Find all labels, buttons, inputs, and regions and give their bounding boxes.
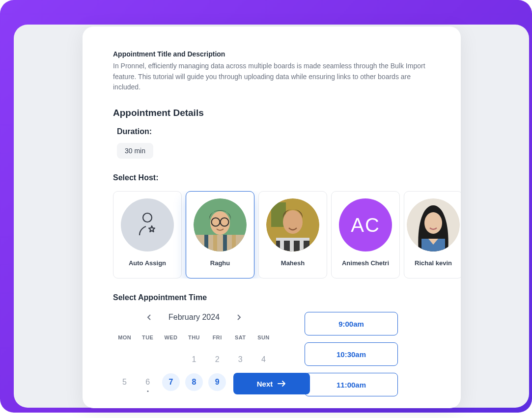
calendar-day-cell: 6 [136,371,159,393]
appointment-card: Appointment Title and Description In Pro… [83,27,461,408]
calendar-dow: THU [182,332,205,348]
avatar [194,198,247,251]
host-card-auto-assign[interactable]: Auto Assign [113,191,182,279]
calendar-day[interactable]: 1 [185,351,203,368]
calendar-day[interactable]: 4 [254,351,272,368]
time-slot[interactable]: 10:30am [305,342,398,366]
calendar-day-cell: 7 [159,371,182,393]
host-name: Auto Assign [129,259,166,267]
calendar-day-cell: 9 [206,371,229,393]
host-name: Animesh Chetri [342,259,389,267]
calendar-dow: SUN [252,332,275,348]
calendar-month: February 2024 [168,313,220,322]
calendar-day[interactable]: 6 [139,373,157,391]
next-button[interactable]: Next [233,373,310,394]
calendar-dow: MON [113,332,136,348]
duration-label: Duration: [117,127,430,136]
svg-rect-6 [223,235,227,251]
calendar-day-cell: 8 [182,371,205,393]
calendar-day-cell: 3 [229,348,252,371]
calendar-day-cell: 4 [252,348,275,371]
appointment-details-heading: Appointment Details [113,108,430,118]
calendar-dow: TUE [136,332,159,348]
avatar [266,198,319,251]
header-block: Appointment Title and Description In Pro… [113,50,430,93]
next-month-button[interactable] [233,312,244,323]
calendar-day-cell [159,348,182,371]
host-list: Auto Assign [113,191,461,279]
host-card-animesh[interactable]: AC Animesh Chetri [331,191,400,279]
host-name: Mahesh [281,259,305,267]
svg-rect-4 [204,235,208,251]
svg-rect-5 [213,235,217,251]
time-slot[interactable]: 9:00am [305,312,398,335]
duration-chip[interactable]: 30 min [117,143,153,159]
svg-rect-20 [300,241,304,251]
calendar-header: February 2024 [113,312,275,323]
svg-point-0 [143,213,152,222]
host-name: Raghu [210,259,230,267]
calendar-day[interactable]: 2 [208,351,226,368]
host-card-raghu[interactable]: Raghu [186,191,254,279]
prev-month-button[interactable] [144,312,155,323]
calendar-day-cell: 5 [113,371,136,393]
time-slots: 9:00am10:30am11:00am [305,312,398,396]
calendar-day[interactable]: 3 [231,351,249,368]
duration-row: Duration: 30 min [113,127,430,159]
time-slot[interactable]: 11:00am [305,373,398,396]
host-card-richal[interactable]: Richal kevin [404,191,461,279]
svg-rect-7 [232,235,236,251]
avatar [407,198,460,251]
calendar-day[interactable]: 9 [208,373,226,391]
chevron-right-icon [236,314,242,320]
calendar-dow: SAT [229,332,252,348]
chevron-left-icon [146,314,152,320]
auto-assign-icon [121,198,174,251]
calendar-day-cell [136,348,159,371]
calendar-day-cell: 2 [206,348,229,371]
svg-rect-18 [280,241,284,251]
calendar-day-dot [147,390,148,392]
calendar-day-cell [113,348,136,371]
svg-rect-19 [290,241,294,251]
header-title: Appointment Title and Description [113,50,430,58]
host-name: Richal kevin [415,259,452,267]
calendar-day[interactable]: 8 [185,373,203,391]
calendar-day-cell: 1 [182,348,205,371]
svg-rect-17 [276,238,309,241]
arrow-right-icon [278,380,286,387]
next-button-label: Next [257,380,273,388]
calendar-dow: FRI [206,332,229,348]
host-section: Select Host: Auto Assign [113,173,430,279]
calendar-day[interactable]: 7 [162,373,180,391]
select-time-heading: Select Appointment Time [113,293,430,302]
svg-point-23 [424,212,442,234]
host-card-mahesh[interactable]: Mahesh [258,191,327,279]
select-host-label: Select Host: [113,173,430,182]
calendar-dow: WED [159,332,182,348]
calendar-day[interactable]: 5 [116,373,134,391]
avatar-initials: AC [339,198,392,251]
svg-rect-3 [194,235,247,251]
initials-text: AC [351,214,380,236]
header-description: In Pronnel, efficiently managing data ac… [113,61,430,93]
